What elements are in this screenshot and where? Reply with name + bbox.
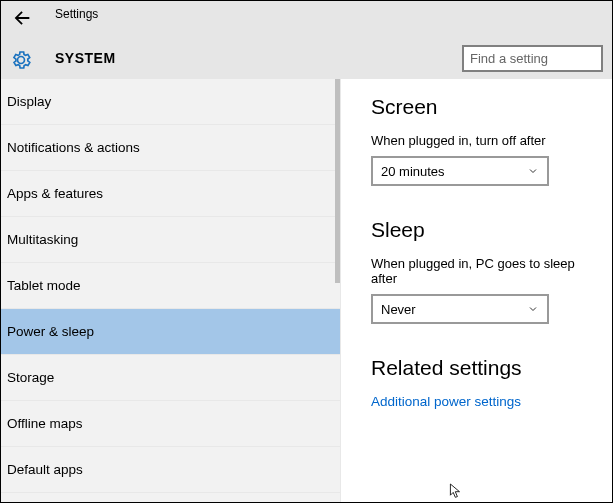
back-arrow-icon [11,7,33,29]
search-input[interactable] [462,45,603,72]
dropdown-value: 20 minutes [381,164,445,179]
sidebar-item-notifications[interactable]: Notifications & actions [1,125,340,171]
header: Settings SYSTEM [1,1,612,79]
scrollbar[interactable] [335,79,340,283]
screen-plugged-label: When plugged in, turn off after [371,133,596,148]
content: Display Notifications & actions Apps & f… [1,79,612,503]
sidebar-item-display[interactable]: Display [1,79,340,125]
sidebar-item-label: Multitasking [7,232,78,247]
sidebar-item-default-apps[interactable]: Default apps [1,447,340,493]
sidebar-item-offline-maps[interactable]: Offline maps [1,401,340,447]
sidebar-item-storage[interactable]: Storage [1,355,340,401]
sidebar-item-label: Offline maps [7,416,83,431]
sidebar-item-label: Tablet mode [7,278,81,293]
additional-power-link[interactable]: Additional power settings [371,394,596,409]
page-title: SYSTEM [55,50,116,66]
sidebar-item-label: Notifications & actions [7,140,140,155]
sidebar-item-label: Default apps [7,462,83,477]
back-button[interactable] [11,7,33,29]
window-title: Settings [55,7,98,21]
sidebar-item-label: Storage [7,370,54,385]
main-panel: Screen When plugged in, turn off after 2… [341,79,612,503]
sleep-plugged-label: When plugged in, PC goes to sleep after [371,256,596,286]
gear-icon [10,49,32,71]
section-heading-screen: Screen [371,95,596,119]
sidebar-item-label: Display [7,94,51,109]
chevron-down-icon [527,303,539,315]
sleep-timeout-dropdown[interactable]: Never [371,294,549,324]
sidebar-item-multitasking[interactable]: Multitasking [1,217,340,263]
screen-timeout-dropdown[interactable]: 20 minutes [371,156,549,186]
dropdown-value: Never [381,302,416,317]
section-heading-sleep: Sleep [371,218,596,242]
sidebar-item-power-sleep[interactable]: Power & sleep [1,309,340,355]
sidebar-item-tablet-mode[interactable]: Tablet mode [1,263,340,309]
section-heading-related: Related settings [371,356,596,380]
chevron-down-icon [527,165,539,177]
sidebar-item-label: Apps & features [7,186,103,201]
sidebar: Display Notifications & actions Apps & f… [1,79,341,503]
sidebar-item-label: Power & sleep [7,324,94,339]
sidebar-item-apps[interactable]: Apps & features [1,171,340,217]
